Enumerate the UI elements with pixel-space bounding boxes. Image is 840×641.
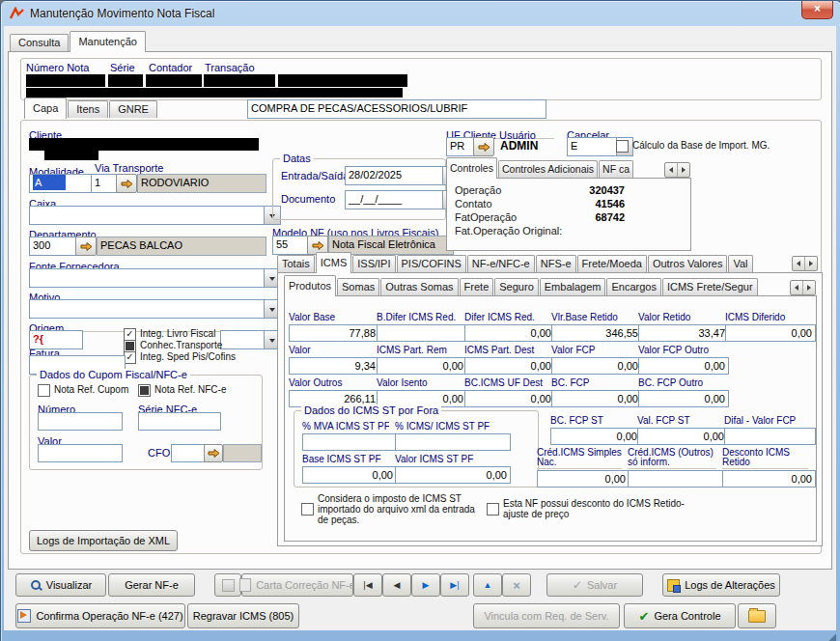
icms-part-dest-field[interactable]: 0,00 [464, 357, 555, 375]
checkbox-integ-sped[interactable]: ✓Integ. Sped Pis/Cofins [124, 351, 236, 364]
nav-cancel-button[interactable]: × [502, 573, 531, 597]
logs-importacao-xml-button[interactable]: Logs de Importação de XML [29, 530, 178, 551]
open-folder-button[interactable] [738, 603, 776, 628]
tab-frete-moeda[interactable]: Frete/Moeda [577, 255, 647, 272]
nav-edit-button[interactable]: ▲ [473, 573, 502, 597]
nav-next-button[interactable]: ▶ [411, 573, 440, 597]
tab-pis-cofins[interactable]: PIS/COFINS [397, 255, 466, 272]
uf-lookup-button[interactable] [473, 137, 494, 156]
confirma-operacao-button[interactable]: Confirma Operação NF-e (427) [15, 603, 185, 628]
icms-part-rem-field[interactable]: 0,00 [377, 357, 467, 375]
difer-icms-red-field[interactable]: 0,00 [464, 324, 555, 342]
checkbox-calculo-base-import-mg[interactable]: Cálculo da Base de Import. MG. [616, 140, 809, 153]
bc-fcp-field[interactable]: 0,00 [551, 390, 642, 407]
scroll-right-icon[interactable] [802, 281, 815, 294]
tab-controles-adicionais[interactable]: Controles Adicionais [498, 160, 598, 178]
resize-grip[interactable]: ◢ [828, 631, 836, 641]
salvar-button[interactable]: ✓Salvar [546, 573, 643, 597]
carta-correcao-button[interactable]: Carta Correção NF-e [241, 573, 353, 597]
icms-diferido-field[interactable]: 0,00 [725, 324, 816, 342]
departamento-lookup-button[interactable] [75, 237, 97, 256]
mva-icms-st-field[interactable] [302, 433, 397, 451]
subtab-embalagem[interactable]: Embalagem [540, 278, 606, 295]
tab-outros-valores[interactable]: Outros Valores [648, 255, 728, 272]
difal-valor-fcp-field[interactable] [724, 428, 816, 445]
caixa-select[interactable] [29, 206, 281, 225]
gera-controle-button[interactable]: ✔Gera Controle [624, 603, 736, 628]
via-transporte-lookup-button[interactable] [116, 174, 137, 193]
nav-prev-button[interactable]: ◀ [382, 573, 411, 597]
bc-icms-uf-dest-field[interactable]: 0,00 [464, 390, 555, 407]
logs-alteracoes-button[interactable]: Logs de Alterações [662, 573, 780, 597]
subtab-encargos[interactable]: Encargos [606, 278, 660, 295]
icms-tab-scroller[interactable] [792, 256, 818, 271]
val-fcp-st-field[interactable]: 0,00 [637, 428, 728, 445]
cfo-lookup-button[interactable] [204, 444, 223, 462]
cupom-valor-field[interactable] [38, 444, 123, 462]
entrada-saida-date-field[interactable]: 28/02/2025 [345, 166, 460, 185]
tab-itens[interactable]: Itens [68, 100, 108, 118]
controles-tab-scroller[interactable] [664, 162, 690, 178]
regravar-icms-button[interactable]: Regravar ICMS (805) [187, 603, 299, 628]
bc-fcp-st-field[interactable]: 0,00 [550, 428, 641, 445]
toolbar-extra-button[interactable] [214, 573, 241, 597]
tab-manutencao[interactable]: Manutenção [70, 31, 146, 52]
scroll-left-icon[interactable] [791, 281, 802, 294]
scroll-right-icon[interactable] [677, 163, 689, 177]
operation-description-field[interactable]: COMPRA DE PECAS/ACESSORIOS/LUBRIF [247, 99, 546, 119]
scroll-right-icon[interactable] [804, 257, 817, 270]
tab-val[interactable]: Val [728, 255, 752, 272]
valor-base-field[interactable]: 77,88 [289, 324, 379, 342]
documento-date-field[interactable]: __/__/____ [345, 190, 460, 209]
desconto-icms-retido-field[interactable]: 0,00 [722, 470, 816, 488]
tab-nf-ca[interactable]: NF ca [599, 160, 633, 178]
checkbox-nota-ref-cupom[interactable]: Nota Ref. Cupom [38, 384, 128, 397]
subtab-produtos[interactable]: Produtos [284, 275, 336, 296]
subtab-outras-somas[interactable]: Outras Somas [380, 278, 458, 295]
cupom-numero-field[interactable] [38, 412, 123, 431]
tab-capa[interactable]: Capa [24, 98, 67, 119]
perc-icms-st-field[interactable] [395, 433, 511, 451]
subtab-somas[interactable]: Somas [337, 278, 379, 295]
tab-consulta[interactable]: Consulta [10, 34, 69, 51]
checkbox-nota-ref-nfce[interactable]: Nota Ref. NFC-e [138, 384, 226, 397]
valor-fcp-outro-field[interactable]: 0,00 [638, 357, 729, 375]
visualizar-button[interactable]: Visualizar [15, 573, 106, 597]
vincula-req-serv-button[interactable]: Vincula com Req. de Serv. [473, 603, 620, 628]
gerar-nfe-button[interactable]: Gerar NF-e [108, 573, 195, 597]
tab-icms[interactable]: ICMS [316, 252, 352, 273]
close-button[interactable]: × [801, 1, 833, 19]
valor-fcp-field[interactable]: 0,00 [551, 357, 642, 375]
valor-field[interactable]: 9,34 [289, 357, 379, 375]
checkbox-desconto-icms-retido[interactable]: Esta NF possui desconto do ICMS Retido-a… [487, 498, 689, 519]
tab-nfe-nfce[interactable]: NF-e/NFC-e [467, 255, 535, 272]
motivo-select[interactable] [29, 299, 281, 319]
subtab-frete[interactable]: Frete [460, 278, 494, 295]
bdifer-icms-red-field[interactable] [377, 324, 467, 342]
scroll-left-icon[interactable] [793, 257, 804, 270]
tab-totais[interactable]: Totais [277, 255, 315, 272]
tab-controles[interactable]: Controles [446, 157, 497, 179]
icms-subtab-scroller[interactable] [790, 280, 816, 295]
subtab-icms-frete-seguro[interactable]: ICMS Frete/Segur [662, 278, 758, 295]
origem-select[interactable] [220, 330, 281, 349]
tab-nfse[interactable]: NFS-e [536, 255, 576, 272]
valor-icms-st-field[interactable]: 0,00 [395, 466, 511, 484]
base-icms-st-field[interactable]: 0,00 [302, 466, 397, 484]
nav-last-button[interactable]: ▶| [440, 573, 469, 597]
valor-retido-field[interactable]: 33,47 [638, 324, 729, 342]
scroll-left-icon[interactable] [665, 163, 677, 177]
departamento-code-field[interactable]: 300 [29, 237, 81, 256]
nav-first-button[interactable]: |◀ [353, 573, 382, 597]
tab-gnre[interactable]: GNRE [109, 100, 157, 118]
cred-icms-simples-field[interactable]: 0,00 [537, 470, 630, 488]
fonte-fornecedora-select[interactable] [29, 268, 281, 288]
cred-icms-outros-field[interactable] [628, 470, 724, 488]
tab-iss-ipi[interactable]: ISS/IPI [352, 255, 395, 272]
checkbox-considera-icms-st-xml[interactable]: Considera o imposto de ICMS ST importado… [301, 493, 485, 525]
subtab-seguro[interactable]: Seguro [494, 278, 538, 295]
base-icms-st-label: Base ICMS ST PF [302, 454, 389, 467]
vlr-base-retido-field[interactable]: 346,55 [551, 324, 642, 342]
bc-fcp-outro-field[interactable]: 0,00 [638, 390, 729, 407]
cupom-serie-field[interactable] [138, 412, 221, 431]
